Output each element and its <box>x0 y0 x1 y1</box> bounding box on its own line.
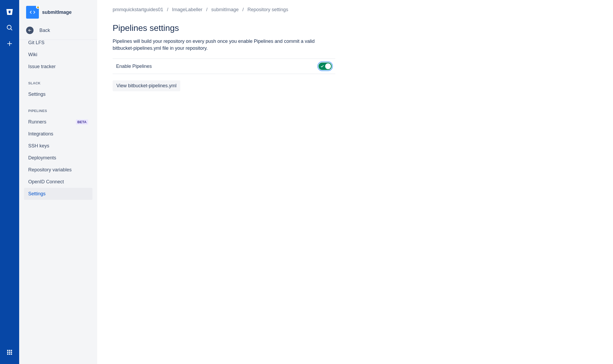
enable-pipelines-row: Enable Pipelines <box>113 59 335 74</box>
search-icon[interactable] <box>4 22 15 33</box>
lock-icon: 🔒 <box>36 5 40 9</box>
svg-rect-10 <box>7 354 9 355</box>
breadcrumb-item[interactable]: pmmquickstartguides01 <box>113 7 163 13</box>
sidebar-item-label: Issue tracker <box>28 64 56 69</box>
sidebar-item-wiki[interactable]: Wiki <box>24 49 92 61</box>
back-button[interactable]: Back <box>19 23 97 39</box>
nav-group-title: SLACK <box>24 73 92 88</box>
back-label: Back <box>39 28 50 33</box>
back-arrow-icon <box>26 27 34 34</box>
sidebar-item-deployments[interactable]: Deployments <box>24 152 92 164</box>
sidebar-item-label: Wiki <box>28 52 37 57</box>
bitbucket-logo-icon[interactable] <box>4 6 15 17</box>
sidebar-nav: Git LFSWikiIssue trackerSLACKSettingsPIP… <box>19 39 97 364</box>
breadcrumb-separator: / <box>167 7 168 13</box>
sidebar-item-runners[interactable]: RunnersBETA <box>24 116 92 128</box>
breadcrumb-item[interactable]: ImageLabeller <box>172 7 202 13</box>
sidebar-item-label: Deployments <box>28 155 56 161</box>
svg-point-0 <box>7 25 11 29</box>
view-pipelines-yml-button[interactable]: View bitbucket-pipelines.yml <box>113 80 180 91</box>
sidebar-item-integrations[interactable]: Integrations <box>24 128 92 140</box>
sidebar-item-issue-tracker[interactable]: Issue tracker <box>24 61 92 73</box>
main-content: pmmquickstartguides01/ImageLabeller/subm… <box>97 0 613 364</box>
page-title: Pipelines settings <box>113 23 598 33</box>
breadcrumb-item[interactable]: Repository settings <box>247 7 288 13</box>
beta-badge: BETA <box>76 119 88 125</box>
sidebar-item-label: SSH keys <box>28 143 49 149</box>
create-icon[interactable] <box>4 38 15 49</box>
sidebar-item-settings[interactable]: Settings <box>24 188 92 200</box>
svg-line-1 <box>11 29 12 30</box>
sidebar-item-label: OpenID Connect <box>28 179 64 185</box>
breadcrumbs: pmmquickstartguides01/ImageLabeller/subm… <box>113 7 598 13</box>
svg-rect-5 <box>9 350 10 351</box>
sidebar-item-label: Integrations <box>28 131 53 137</box>
page-description: Pipelines will build your repository on … <box>113 38 334 52</box>
global-nav <box>0 0 19 364</box>
sidebar-item-openid-connect[interactable]: OpenID Connect <box>24 176 92 188</box>
repo-icon: 🔒 <box>26 6 39 19</box>
enable-pipelines-label: Enable Pipelines <box>116 64 152 69</box>
sidebar-item-label: Git LFS <box>28 40 44 46</box>
breadcrumb-separator: / <box>242 7 244 13</box>
sidebar-item-settings[interactable]: Settings <box>24 88 92 100</box>
toggle-knob <box>325 63 331 69</box>
breadcrumb-separator: / <box>206 7 207 13</box>
sidebar: 🔒 submitImage Back Git LFSWikiIssue trac… <box>19 0 97 364</box>
apps-grid-icon[interactable] <box>4 347 15 358</box>
svg-rect-9 <box>11 352 12 353</box>
checkmark-icon <box>320 64 324 68</box>
sidebar-item-label: Settings <box>28 92 46 97</box>
svg-rect-8 <box>9 352 10 353</box>
sidebar-item-repository-variables[interactable]: Repository variables <box>24 164 92 176</box>
sidebar-item-label: Repository variables <box>28 167 72 173</box>
nav-group-title: PIPELINES <box>24 100 92 116</box>
sidebar-header: 🔒 submitImage <box>19 0 97 23</box>
svg-rect-6 <box>11 350 12 351</box>
repo-name: submitImage <box>42 10 72 15</box>
svg-rect-12 <box>11 354 12 355</box>
svg-rect-4 <box>7 350 9 351</box>
sidebar-item-ssh-keys[interactable]: SSH keys <box>24 140 92 152</box>
sidebar-item-label: Runners <box>28 119 46 125</box>
sidebar-item-label: Settings <box>28 191 46 197</box>
svg-rect-7 <box>7 352 9 353</box>
sidebar-item-git-lfs[interactable]: Git LFS <box>24 40 92 49</box>
enable-pipelines-toggle[interactable] <box>318 63 332 70</box>
svg-rect-11 <box>9 354 10 355</box>
breadcrumb-item[interactable]: submitImage <box>211 7 239 13</box>
